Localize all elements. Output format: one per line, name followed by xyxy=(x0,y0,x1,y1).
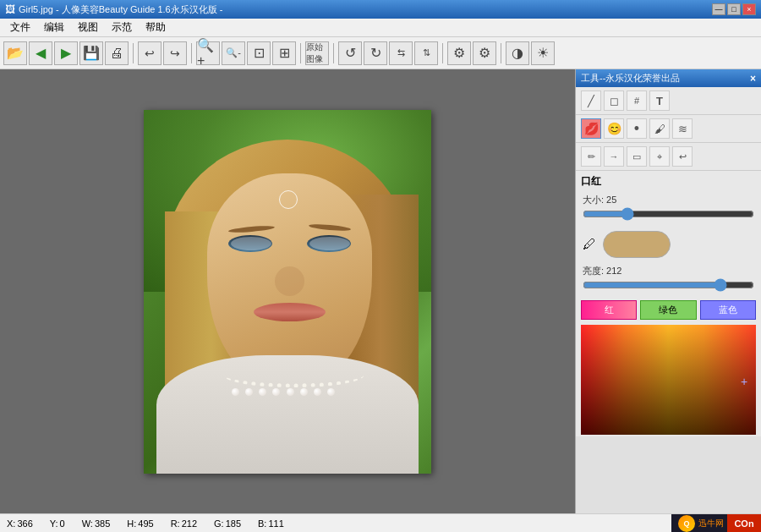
tool-clone-icon[interactable]: ✏ xyxy=(581,146,601,167)
y-label: Y: xyxy=(50,518,58,529)
brightness-slider[interactable] xyxy=(583,279,754,291)
toolbar: 📂 ◀ ▶ 💾 🖨 ↩ ↪ 🔍+ 🔍- ⊡ ⊞ 原始图像 ↺ ↻ ⇆ ⇅ ⚙ ⚙… xyxy=(0,37,761,69)
rotate-cw-button[interactable]: ↻ xyxy=(364,41,387,65)
flip-h-button[interactable]: ⇆ xyxy=(389,41,413,65)
h-label: H: xyxy=(127,518,136,529)
con-label: COn xyxy=(727,514,761,533)
tool-brush-icon[interactable]: 🖌 xyxy=(649,118,670,139)
tool-grid-icon[interactable]: # xyxy=(627,90,647,111)
title-bar-title: Girl5.jpg - 人像美容Beauty Guide 1.6永乐汉化版 - xyxy=(15,3,712,16)
brightness-button[interactable]: ☀ xyxy=(531,41,555,65)
tool-icons-row-3: ✏ → ▭ ⌖ ↩ xyxy=(576,143,761,171)
tool-smudge-icon[interactable]: ≋ xyxy=(672,118,693,139)
open-button[interactable]: 📂 xyxy=(3,41,27,65)
portrait-bg xyxy=(144,110,431,474)
h-value: 495 xyxy=(138,518,153,529)
tool-panel-scroll[interactable] xyxy=(576,436,761,513)
color-tabs: 红 绿色 蓝色 xyxy=(576,297,761,323)
tool-lipstick-icon[interactable]: 💋 xyxy=(581,118,601,139)
size-slider[interactable] xyxy=(583,208,754,220)
eyedropper-icon[interactable]: 🖊 xyxy=(583,237,596,252)
settings-button[interactable]: ⚙ xyxy=(447,41,471,65)
x-label: X: xyxy=(7,518,15,529)
tool-return-icon[interactable]: ↩ xyxy=(672,146,693,167)
color-tab-blue[interactable]: 蓝色 xyxy=(700,300,756,320)
back-button[interactable]: ◀ xyxy=(29,41,52,65)
status-h: H: 495 xyxy=(127,518,153,529)
separator-2 xyxy=(191,43,192,63)
g-value: 185 xyxy=(226,518,241,529)
tool-shape-icon[interactable]: ▭ xyxy=(627,146,647,167)
redo-button[interactable]: ↪ xyxy=(163,41,187,65)
separator-6 xyxy=(501,43,501,63)
separator-4 xyxy=(333,43,334,63)
title-bar-icon: 🖼 xyxy=(5,3,15,15)
title-controls: — □ × xyxy=(712,3,756,15)
save-button[interactable]: 💾 xyxy=(79,41,103,65)
tool-pen-icon[interactable]: ╱ xyxy=(581,90,601,111)
tool-panel-title: 工具--永乐汉化荣誉出品 × xyxy=(576,69,761,87)
canvas-area[interactable] xyxy=(0,69,575,513)
g-label: G: xyxy=(214,518,224,529)
rotate-ccw-button[interactable]: ↺ xyxy=(338,41,362,65)
tool-panel-title-text: 工具--永乐汉化荣誉出品 xyxy=(581,72,680,85)
original-button[interactable]: 原始图像 xyxy=(305,41,329,65)
size-label: 大小: 25 xyxy=(583,194,625,206)
menu-file[interactable]: 文件 xyxy=(3,19,37,36)
zoom-orig-button[interactable]: ⊞ xyxy=(272,41,296,65)
color-crosshair-icon: + xyxy=(741,375,751,385)
color-picker-area[interactable]: + xyxy=(581,325,756,435)
tool-eraser-icon[interactable]: ◻ xyxy=(604,90,624,111)
color-swatch[interactable] xyxy=(603,231,671,258)
tool-pick-icon[interactable]: ⌖ xyxy=(649,146,670,167)
r-label: R: xyxy=(171,518,180,529)
separator-1 xyxy=(133,43,134,63)
forward-button[interactable]: ▶ xyxy=(54,41,78,65)
separator-5 xyxy=(442,43,443,63)
original-label: 原始图像 xyxy=(306,41,328,65)
tool-icons-row-2: 💋 😊 • 🖌 ≋ xyxy=(576,115,761,143)
contrast-button[interactable]: ◑ xyxy=(506,41,529,65)
color-tab-red[interactable]: 红 xyxy=(581,300,637,320)
print-button[interactable]: 🖨 xyxy=(105,41,129,65)
menu-bar: 文件 编辑 视图 示范 帮助 xyxy=(0,19,761,37)
tool-section-label: 口红 xyxy=(576,171,761,192)
image-container xyxy=(144,110,431,474)
b-label: B: xyxy=(258,518,266,529)
zoom-fit-button[interactable]: ⊡ xyxy=(247,41,271,65)
tool-arrow-icon[interactable]: → xyxy=(604,146,624,167)
status-x: X: 366 xyxy=(7,518,33,529)
flip-v-button[interactable]: ⇅ xyxy=(414,41,438,65)
brand-text: 迅牛网 xyxy=(698,518,724,529)
brightness-slider-row: 亮度: 212 xyxy=(576,263,761,279)
tool-panel-close-button[interactable]: × xyxy=(750,73,756,85)
zoom-out-button[interactable]: 🔍- xyxy=(222,41,245,65)
menu-demo[interactable]: 示范 xyxy=(105,19,139,36)
brand-area: Q 迅牛网 COn xyxy=(671,514,761,533)
undo-button[interactable]: ↩ xyxy=(138,41,162,65)
status-r: R: 212 xyxy=(171,518,197,529)
brightness-label: 亮度: 212 xyxy=(583,265,625,277)
color-tab-green[interactable]: 绿色 xyxy=(640,300,696,320)
main-area: 工具--永乐汉化荣誉出品 × ╱ ◻ # T 💋 😊 • 🖌 ≋ ✏ → ▭ ⌖… xyxy=(0,69,761,513)
menu-edit[interactable]: 编辑 xyxy=(37,19,71,36)
title-bar: 🖼 Girl5.jpg - 人像美容Beauty Guide 1.6永乐汉化版 … xyxy=(0,0,761,19)
menu-view[interactable]: 视图 xyxy=(71,19,105,36)
tool-panel: 工具--永乐汉化荣誉出品 × ╱ ◻ # T 💋 😊 • 🖌 ≋ ✏ → ▭ ⌖… xyxy=(575,69,761,513)
minimize-button[interactable]: — xyxy=(712,3,725,15)
zoom-in-button[interactable]: 🔍+ xyxy=(196,41,220,65)
status-bar: X: 366 Y: 0 W: 385 H: 495 R: 212 G: 185 … xyxy=(0,513,761,532)
tool-dot-icon[interactable]: • xyxy=(627,118,647,139)
menu-help[interactable]: 帮助 xyxy=(139,19,172,36)
r-value: 212 xyxy=(182,518,197,529)
tool-blush-icon[interactable]: 😊 xyxy=(604,118,624,139)
status-w: W: 385 xyxy=(82,518,111,529)
brand-logo-icon: Q xyxy=(678,515,695,532)
status-b: B: 111 xyxy=(258,518,284,529)
tool-text-icon[interactable]: T xyxy=(649,90,670,111)
tool-icons-row-1: ╱ ◻ # T xyxy=(576,87,761,115)
settings2-button[interactable]: ⚙ xyxy=(473,41,496,65)
close-button[interactable]: × xyxy=(742,3,756,15)
maximize-button[interactable]: □ xyxy=(727,3,741,15)
status-y: Y: 0 xyxy=(50,518,65,529)
